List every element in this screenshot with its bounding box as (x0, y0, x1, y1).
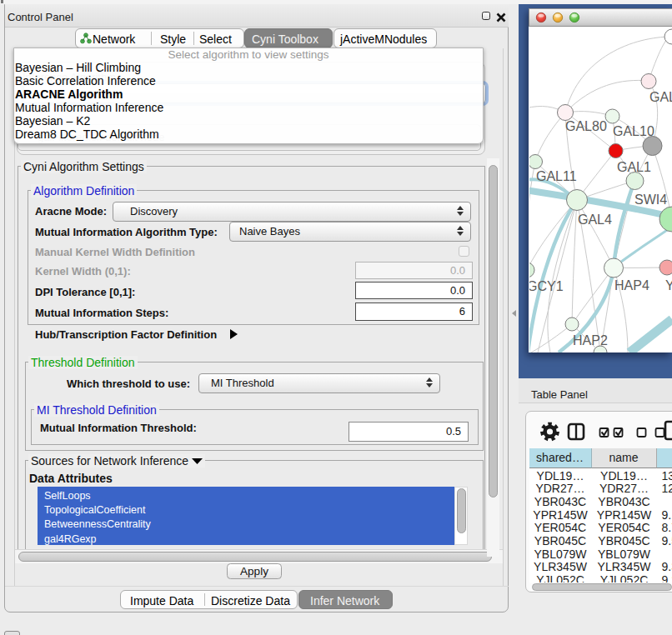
svg-text:HAP4: HAP4 (614, 278, 649, 292)
svg-text:GAL1: GAL1 (617, 160, 651, 174)
svg-text:GAL11: GAL11 (536, 169, 577, 183)
svg-text:SWI4: SWI4 (634, 192, 667, 207)
svg-text:GAL4: GAL4 (578, 212, 612, 227)
svg-text:GAL80: GAL80 (565, 119, 607, 133)
svg-text:Y: Y (665, 278, 672, 292)
svg-text:GAL10: GAL10 (613, 124, 654, 138)
svg-text:HAP2: HAP2 (573, 333, 608, 348)
svg-text:GAL2: GAL2 (649, 90, 672, 104)
svg-text:GCY1: GCY1 (529, 279, 564, 293)
